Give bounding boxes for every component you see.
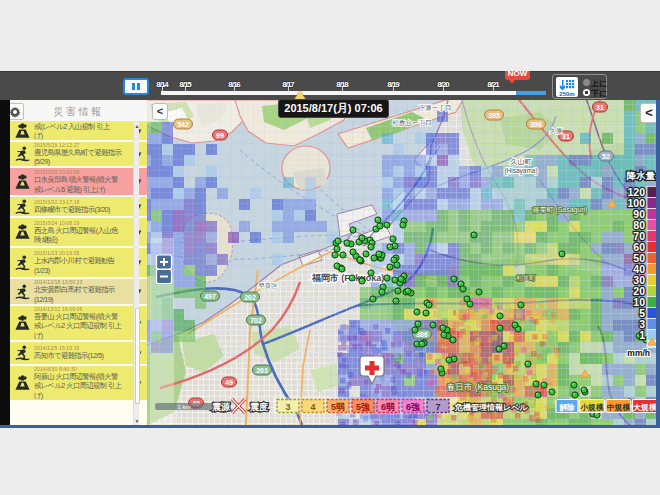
svg-text:春日市 (Kasuga): 春日市 (Kasuga)	[447, 382, 510, 392]
svg-text:大規模: 大規模	[633, 403, 657, 412]
svg-text:中規模: 中規模	[607, 403, 631, 412]
svg-text:mm/h: mm/h	[627, 348, 650, 358]
svg-text:202: 202	[244, 294, 256, 301]
svg-text:篠栗町 (Sasaguri): 篠栗町 (Sasaguri)	[532, 206, 587, 214]
svg-text:震度: 震度	[249, 402, 268, 412]
svg-text:粕屋町: 粕屋町	[516, 274, 536, 282]
svg-text:31: 31	[562, 133, 570, 140]
svg-text:震源: 震源	[211, 402, 231, 412]
svg-text:542: 542	[177, 121, 189, 128]
svg-text:(Hisayama): (Hisayama)	[504, 167, 537, 175]
svg-text:5強: 5強	[356, 402, 370, 412]
svg-text:4: 4	[310, 402, 315, 412]
svg-text:49: 49	[225, 379, 233, 386]
svg-text:396: 396	[530, 121, 542, 128]
svg-text:松香台一丁目: 松香台一丁目	[393, 119, 432, 127]
svg-text:下原一丁目: 下原一丁目	[419, 104, 452, 111]
svg-text:3: 3	[285, 402, 290, 412]
svg-text:危機管理情報レベル: 危機管理情報レベル	[454, 403, 528, 412]
svg-text:395: 395	[488, 112, 500, 119]
svg-text:31: 31	[596, 104, 604, 111]
svg-text:6強: 6強	[406, 402, 420, 412]
svg-text:5弱: 5弱	[331, 402, 345, 412]
svg-text:久原: 久原	[550, 127, 564, 134]
svg-text:降水量: 降水量	[627, 170, 656, 181]
svg-text:1: 1	[639, 329, 645, 341]
svg-text:497: 497	[204, 293, 216, 300]
svg-text:702: 702	[250, 317, 262, 324]
svg-text:1 km: 1 km	[177, 404, 190, 410]
svg-text:早良区: 早良区	[258, 282, 278, 289]
svg-text:99: 99	[216, 132, 224, 139]
svg-text:7: 7	[435, 402, 440, 412]
svg-text:解除: 解除	[558, 403, 575, 412]
svg-text:6弱: 6弱	[381, 402, 395, 412]
svg-text:久山町: 久山町	[511, 158, 532, 165]
svg-text:52: 52	[602, 153, 610, 160]
svg-text:263: 263	[256, 367, 268, 374]
svg-text:小規模: 小規模	[579, 403, 604, 412]
